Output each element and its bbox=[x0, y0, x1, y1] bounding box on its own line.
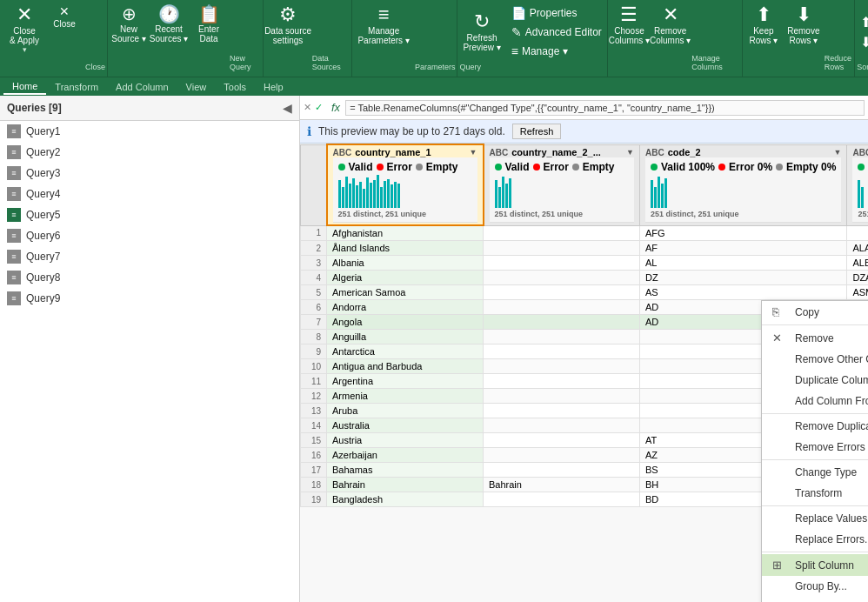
query-item-3[interactable]: ≡Query3 bbox=[0, 163, 299, 184]
table-cell[interactable] bbox=[484, 463, 640, 478]
table-cell[interactable]: Åland Islands bbox=[327, 241, 484, 256]
manage-parameters-btn[interactable]: ≡ ManageParameters ▾ bbox=[354, 3, 412, 73]
ctx-remove-errors[interactable]: Remove Errors bbox=[762, 437, 868, 458]
query-item-4[interactable]: ≡Query4 bbox=[0, 184, 299, 204]
ctx-transform[interactable]: Transform▶ bbox=[762, 483, 868, 504]
sort-desc-btn[interactable]: ⬇ bbox=[857, 33, 868, 51]
table-cell[interactable]: Aruba bbox=[327, 404, 484, 418]
close-btn[interactable]: ✕ Close bbox=[45, 3, 83, 73]
table-cell[interactable]: Armenia bbox=[327, 389, 484, 404]
col-header-code-2[interactable]: ABC code_2 ▼ Valid 100% Error 0% Empty 0… bbox=[640, 144, 847, 225]
table-cell[interactable]: Antigua and Barbuda bbox=[327, 359, 484, 374]
collapse-btn[interactable]: ◀ bbox=[283, 101, 292, 115]
table-cell[interactable] bbox=[484, 374, 640, 389]
table-cell[interactable] bbox=[484, 256, 640, 271]
tab-add-column[interactable]: Add Column bbox=[107, 80, 177, 94]
choose-columns-btn[interactable]: ☰ ChooseColumns ▾ bbox=[610, 3, 649, 73]
ctx-duplicate[interactable]: Duplicate Column bbox=[762, 370, 868, 391]
col-arrow-icon-2[interactable]: ▼ bbox=[626, 148, 634, 157]
table-cell[interactable]: Bahamas bbox=[327, 463, 484, 478]
table-row[interactable]: 3AlbaniaALALB bbox=[301, 256, 869, 271]
properties-btn[interactable]: 📄 Properties bbox=[508, 5, 605, 21]
keep-rows-btn[interactable]: ⬆ KeepRows ▾ bbox=[744, 3, 783, 73]
table-cell[interactable] bbox=[484, 492, 640, 507]
table-cell[interactable] bbox=[484, 285, 640, 300]
ctx-remove[interactable]: ✕Remove bbox=[762, 327, 868, 349]
table-cell[interactable]: Austria bbox=[327, 433, 484, 448]
query-item-1[interactable]: ≡Query1 bbox=[0, 121, 299, 142]
recent-sources-btn[interactable]: 🕐 RecentSources ▾ bbox=[150, 3, 188, 73]
table-cell[interactable] bbox=[847, 225, 868, 241]
table-cell[interactable]: Andorra bbox=[327, 300, 484, 315]
tab-transform[interactable]: Transform bbox=[46, 80, 107, 94]
table-cell[interactable]: Bangladesh bbox=[327, 492, 484, 507]
col-header-country-name-2[interactable]: ABC country_name_2_... ▼ Valid Error Emp… bbox=[484, 144, 640, 225]
table-cell[interactable]: Afghanistan bbox=[327, 225, 484, 241]
table-cell[interactable] bbox=[484, 433, 640, 448]
table-cell[interactable]: DZA bbox=[847, 271, 868, 285]
ctx-replace-values[interactable]: Replace Values... bbox=[762, 508, 868, 529]
table-cell[interactable] bbox=[484, 300, 640, 315]
enter-data-btn[interactable]: 📋 EnterData bbox=[190, 3, 228, 73]
data-source-settings-btn[interactable]: ⚙ Data sourcesettings bbox=[265, 3, 310, 73]
table-cell[interactable]: Argentina bbox=[327, 374, 484, 389]
table-cell[interactable]: ALA bbox=[847, 241, 868, 256]
table-cell[interactable] bbox=[484, 271, 640, 285]
table-cell[interactable]: Azerbaijan bbox=[327, 448, 484, 463]
tab-view[interactable]: View bbox=[177, 80, 216, 94]
refresh-preview-btn[interactable]: ↻ RefreshPreview ▾ bbox=[459, 3, 504, 61]
query-item-2[interactable]: ≡Query2 bbox=[0, 142, 299, 163]
ctx-change-type[interactable]: Change Type▶ bbox=[762, 462, 868, 483]
tab-help[interactable]: Help bbox=[255, 80, 292, 94]
table-cell[interactable]: DZ bbox=[640, 271, 847, 285]
query-item-5[interactable]: ≡Query5 bbox=[0, 204, 299, 225]
table-cell[interactable]: ASM bbox=[847, 285, 868, 300]
table-cell[interactable] bbox=[484, 225, 640, 241]
refresh-banner-btn[interactable]: Refresh bbox=[512, 124, 562, 139]
new-source-btn[interactable]: ⊕ NewSource ▾ bbox=[110, 3, 148, 73]
table-row[interactable]: 5American SamoaASASM bbox=[301, 285, 869, 300]
col-header-code-3[interactable]: ABC code_3 ▼ Valid Error Empty bbox=[847, 144, 868, 225]
table-cell[interactable] bbox=[484, 404, 640, 418]
col-header-country-name-1[interactable]: ABC country_name_1 ▼ Valid Error Empty bbox=[327, 144, 484, 225]
table-cell[interactable]: AL bbox=[640, 256, 847, 271]
remove-rows-btn[interactable]: ⬇ RemoveRows ▾ bbox=[785, 3, 823, 73]
sort-asc-btn[interactable]: ⬆ bbox=[857, 13, 868, 31]
table-cell[interactable]: American Samoa bbox=[327, 285, 484, 300]
table-cell[interactable] bbox=[484, 344, 640, 359]
remove-columns-btn[interactable]: ✕ RemoveColumns ▾ bbox=[651, 3, 690, 73]
ctx-remove-other[interactable]: Remove Other Columns bbox=[762, 349, 868, 370]
table-row[interactable]: 1AfghanistanAFG bbox=[301, 225, 869, 241]
ctx-group-by[interactable]: Group By... bbox=[762, 576, 868, 597]
table-cell[interactable]: AF bbox=[640, 241, 847, 256]
formula-input[interactable] bbox=[345, 100, 865, 116]
table-cell[interactable] bbox=[484, 330, 640, 344]
table-cell[interactable]: AFG bbox=[640, 225, 847, 241]
table-cell[interactable]: Albania bbox=[327, 256, 484, 271]
col-arrow-icon-3[interactable]: ▼ bbox=[834, 148, 842, 157]
close-apply-btn[interactable]: ✕ Close& Apply ▾ bbox=[5, 3, 43, 73]
table-cell[interactable]: Australia bbox=[327, 418, 484, 433]
query-item-9[interactable]: ≡Query9 bbox=[0, 288, 299, 309]
table-cell[interactable]: Bahrain bbox=[327, 478, 484, 492]
table-cell[interactable]: Antarctica bbox=[327, 344, 484, 359]
table-area[interactable]: ABC country_name_1 ▼ Valid Error Empty bbox=[300, 144, 868, 602]
table-cell[interactable]: Angola bbox=[327, 315, 484, 330]
tab-home[interactable]: Home bbox=[3, 79, 46, 95]
query-item-6[interactable]: ≡Query6 bbox=[0, 225, 299, 246]
table-cell[interactable]: Bahrain bbox=[484, 478, 640, 492]
table-cell[interactable]: ALB bbox=[847, 256, 868, 271]
table-cell[interactable] bbox=[484, 389, 640, 404]
advanced-editor-btn[interactable]: ✎ Advanced Editor bbox=[508, 24, 605, 40]
table-cell[interactable]: Anguilla bbox=[327, 330, 484, 344]
ctx-fill[interactable]: Fill▶ bbox=[762, 597, 868, 602]
table-row[interactable]: 2Åland IslandsAFALA bbox=[301, 241, 869, 256]
tab-tools[interactable]: Tools bbox=[215, 80, 255, 94]
query-item-7[interactable]: ≡Query7 bbox=[0, 246, 299, 267]
table-cell[interactable] bbox=[484, 241, 640, 256]
ctx-remove-duplicates[interactable]: Remove Duplicates bbox=[762, 416, 868, 437]
manage-btn[interactable]: ≡ Manage ▾ bbox=[508, 43, 605, 59]
ctx-replace-errors[interactable]: Replace Errors... bbox=[762, 529, 868, 550]
ctx-copy[interactable]: ⎘Copy bbox=[762, 301, 868, 323]
ctx-add-from-examples[interactable]: Add Column From Examples... bbox=[762, 391, 868, 411]
